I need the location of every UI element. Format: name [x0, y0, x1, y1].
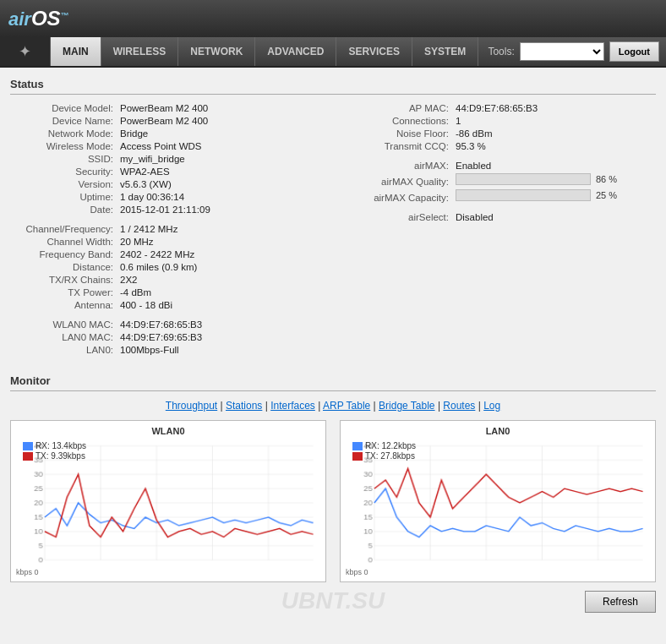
airselect-row: airSelect: Disabled — [346, 212, 656, 222]
date-label: Date: — [10, 205, 120, 215]
wlan0-legend: RX: 13.4kbps TX: 9.39kbps — [23, 441, 86, 461]
nav-logo-area: ✦ — [0, 37, 51, 66]
device-model-row: Device Model: PowerBeam M2 400 — [10, 103, 320, 113]
ap-mac-row: AP MAC: 44:D9:E7:68:65:B3 — [346, 103, 656, 113]
wlan0-tx-legend: TX: 9.39kbps — [23, 451, 86, 461]
lan0-tx-color — [352, 452, 363, 461]
airmax-quality-label: airMAX Quality: — [346, 177, 456, 187]
tab-main[interactable]: MAIN — [51, 37, 101, 66]
lan0-value: 100Mbps-Full — [120, 345, 179, 355]
txrx-row: TX/RX Chains: 2X2 — [10, 275, 320, 285]
transmit-ccq-value: 95.3 % — [456, 141, 486, 151]
lan0-row: LAN0: 100Mbps-Full — [10, 345, 320, 355]
lan0-rx-legend: RX: 12.2kbps — [352, 441, 416, 450]
freq-band-value: 2402 - 2422 MHz — [120, 249, 194, 259]
noise-floor-value: -86 dBm — [456, 128, 492, 139]
ubnt-icon: ✦ — [19, 42, 31, 61]
airmax-quality-pct: 86 % — [596, 174, 617, 184]
ssid-value: my_wifi_bridge — [120, 154, 185, 164]
network-mode-label: Network Mode: — [10, 128, 120, 139]
ssid-row: SSID: my_wifi_bridge — [10, 154, 320, 164]
version-label: Version: — [10, 179, 120, 189]
throughput-link[interactable]: Throughput — [166, 400, 217, 412]
noise-floor-label: Noise Floor: — [346, 128, 456, 139]
transmit-ccq-label: Transmit CCQ: — [346, 141, 456, 151]
freq-band-label: Frequency Band: — [10, 249, 120, 259]
tx-power-label: TX Power: — [10, 287, 120, 297]
monitor-section: Monitor Throughput | Stations | Interfac… — [10, 371, 656, 613]
charts-row: WLAN0 RX: 13.4kbps TX: 9.39kbps kbps 0 L… — [10, 420, 656, 582]
wireless-mode-value: Access Point WDS — [120, 141, 202, 151]
distance-row: Distance: 0.6 miles (0.9 km) — [10, 262, 320, 272]
refresh-area: Refresh — [10, 591, 656, 613]
lan0-rx-color — [352, 442, 363, 450]
transmit-ccq-row: Transmit CCQ: 95.3 % — [346, 141, 656, 151]
connections-label: Connections: — [346, 116, 456, 126]
logo: airOS™ — [8, 7, 69, 30]
monitor-header: Monitor — [10, 371, 656, 391]
date-row: Date: 2015-12-01 21:11:09 — [10, 205, 320, 215]
lan0-tx-label: TX: 27.8kbps — [365, 451, 415, 461]
device-model-label: Device Model: — [10, 103, 120, 113]
airselect-value: Disabled — [456, 212, 494, 222]
tab-advanced[interactable]: ADVANCED — [255, 37, 336, 66]
wlan0-rx-legend: RX: 13.4kbps — [23, 441, 86, 450]
status-section: Status Device Model: PowerBeam M2 400 De… — [10, 74, 656, 357]
version-value: v5.6.3 (XW) — [120, 179, 172, 189]
logo-os: OS — [31, 7, 61, 30]
uptime-row: Uptime: 1 day 00:36:14 — [10, 192, 320, 202]
tab-wireless[interactable]: WIRELESS — [101, 37, 179, 66]
wlan0-chart: WLAN0 RX: 13.4kbps TX: 9.39kbps kbps 0 — [10, 420, 326, 582]
tx-power-value: -4 dBm — [120, 287, 151, 297]
logo-air: air — [8, 8, 31, 30]
lan0-mac-value: 44:D9:E7:69:65:B3 — [120, 332, 202, 342]
status-grid: Device Model: PowerBeam M2 400 Device Na… — [10, 103, 656, 357]
channel-width-value: 20 MHz — [120, 237, 154, 247]
channel-width-label: Channel Width: — [10, 237, 120, 247]
uptime-value: 1 day 00:36:14 — [120, 192, 184, 202]
tab-network[interactable]: NETWORK — [178, 37, 255, 66]
lan0-tx-legend: TX: 27.8kbps — [352, 451, 416, 461]
lan0-legend: RX: 12.2kbps TX: 27.8kbps — [352, 441, 416, 461]
airmax-capacity-container: 25 % — [456, 189, 617, 201]
navbar: ✦ MAIN WIRELESS NETWORK ADVANCED SERVICE… — [0, 37, 666, 68]
bridge-table-link[interactable]: Bridge Table — [379, 400, 435, 412]
device-model-value: PowerBeam M2 400 — [120, 103, 208, 113]
lan0-chart: LAN0 RX: 12.2kbps TX: 27.8kbps kbps 0 — [340, 420, 656, 582]
freq-band-row: Frequency Band: 2402 - 2422 MHz — [10, 249, 320, 259]
txrx-value: 2X2 — [120, 275, 137, 285]
airmax-capacity-row: airMAX Capacity: 25 % — [346, 189, 656, 203]
antenna-row: Antenna: 400 - 18 dBi — [10, 300, 320, 310]
connections-row: Connections: 1 — [346, 116, 656, 126]
log-link[interactable]: Log — [483, 400, 500, 412]
airmax-capacity-label: airMAX Capacity: — [346, 193, 456, 203]
refresh-button[interactable]: Refresh — [585, 591, 656, 613]
routes-link[interactable]: Routes — [443, 400, 475, 412]
nav-tools: Tools: Logout — [488, 37, 666, 66]
version-row: Version: v5.6.3 (XW) — [10, 179, 320, 189]
wlan0-xlabel: kbps 0 — [16, 568, 320, 576]
ap-mac-label: AP MAC: — [346, 103, 456, 113]
tx-power-row: TX Power: -4 dBm — [10, 287, 320, 297]
lan0-title: LAN0 — [346, 426, 650, 436]
airmax-label: airMAX: — [346, 161, 456, 171]
airmax-capacity-bar — [456, 189, 591, 201]
tab-system[interactable]: SYSTEM — [412, 37, 478, 66]
arp-table-link[interactable]: ARP Table — [323, 400, 370, 412]
monitor-links: Throughput | Stations | Interfaces | ARP… — [10, 400, 656, 412]
logout-button[interactable]: Logout — [609, 41, 659, 62]
device-name-row: Device Name: PowerBeam M2 400 — [10, 116, 320, 126]
security-row: Security: WPA2-AES — [10, 166, 320, 177]
wlan0-tx-label: TX: 9.39kbps — [35, 451, 85, 461]
txrx-label: TX/RX Chains: — [10, 275, 120, 285]
content: Status Device Model: PowerBeam M2 400 De… — [0, 68, 666, 644]
header: airOS™ — [0, 0, 666, 37]
airmax-quality-row: airMAX Quality: 86 % — [346, 173, 656, 187]
channel-freq-value: 1 / 2412 MHz — [120, 224, 177, 234]
stations-link[interactable]: Stations — [226, 400, 262, 412]
status-left-col: Device Model: PowerBeam M2 400 Device Na… — [10, 103, 320, 357]
tab-services[interactable]: SERVICES — [336, 37, 412, 66]
tools-select[interactable] — [520, 42, 604, 61]
date-value: 2015-12-01 21:11:09 — [120, 205, 210, 215]
interfaces-link[interactable]: Interfaces — [270, 400, 315, 412]
